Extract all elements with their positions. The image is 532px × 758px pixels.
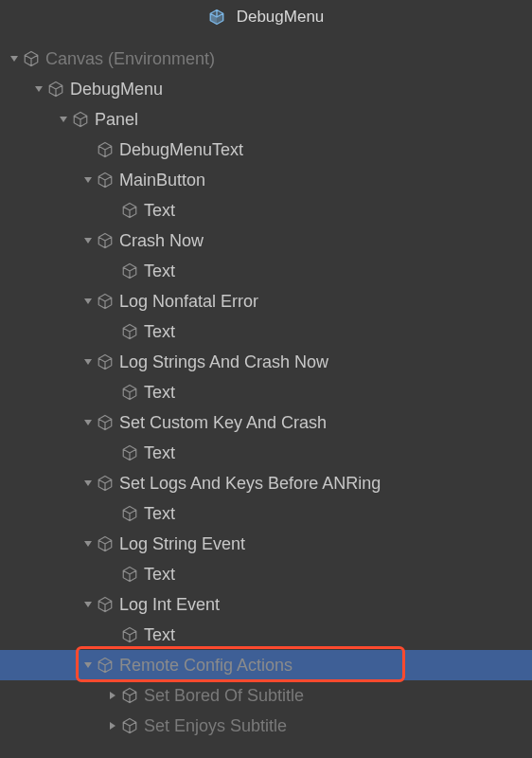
tree-label: Log Int Event	[119, 595, 220, 615]
expand-arrow-icon[interactable]	[81, 355, 95, 369]
tree-row-child[interactable]: Set Bored Of Subtitle	[0, 680, 532, 711]
gameobject-icon	[121, 626, 138, 643]
tree-row-text[interactable]: Text	[0, 559, 532, 589]
tree-label: Log Nonfatal Error	[119, 292, 258, 312]
tree-label: Text	[144, 201, 175, 221]
tree-row-text[interactable]: Text	[0, 620, 532, 650]
tree-label: Text	[144, 443, 175, 463]
tree-label: Text	[144, 565, 175, 585]
tree-label: Text	[144, 383, 175, 403]
gameobject-icon	[72, 111, 89, 128]
tree-label: Set Logs And Keys Before ANRing	[119, 474, 381, 494]
expand-arrow-icon[interactable]	[81, 537, 95, 550]
tree-row-item[interactable]: Set Logs And Keys Before ANRing	[0, 468, 532, 498]
expand-arrow-icon[interactable]	[81, 173, 95, 187]
gameobject-icon	[121, 717, 138, 734]
tree-row-item[interactable]: Crash Now	[0, 226, 532, 256]
expand-arrow-icon[interactable]	[57, 113, 70, 126]
tree-row-item[interactable]: DebugMenuText	[0, 135, 532, 165]
gameobject-icon	[97, 141, 114, 158]
tree-label: DebugMenu	[70, 80, 163, 99]
gameobject-icon	[121, 444, 138, 461]
gameobject-icon	[121, 202, 138, 219]
gameobject-icon	[97, 475, 114, 492]
collapse-arrow-icon[interactable]	[106, 719, 119, 732]
expand-arrow-icon[interactable]	[81, 598, 95, 611]
gameobject-icon	[97, 596, 114, 613]
tree-label: Canvas (Environment)	[45, 49, 215, 69]
tree-row-child[interactable]: Set Enjoys Subtitle	[0, 711, 532, 741]
expand-arrow-icon[interactable]	[32, 82, 45, 96]
gameobject-icon	[47, 81, 64, 98]
tree-row-item[interactable]: MainButton	[0, 165, 532, 195]
tree-label: Text	[144, 262, 175, 281]
tree-row-text[interactable]: Text	[0, 256, 532, 286]
tree-label: Text	[144, 504, 175, 524]
header-title: DebugMenu	[237, 8, 325, 27]
tree-label: Crash Now	[119, 231, 204, 251]
gameobject-icon	[121, 323, 138, 340]
tree-label: Set Custom Key And Crash	[119, 413, 327, 433]
gameobject-icon	[121, 505, 138, 522]
expand-arrow-icon[interactable]	[8, 52, 21, 65]
hierarchy-tree[interactable]: Canvas (Environment) DebugMenu Panel	[0, 34, 532, 741]
expand-arrow-icon[interactable]	[81, 477, 95, 490]
gameobject-icon	[97, 414, 114, 431]
collapse-arrow-icon[interactable]	[106, 689, 119, 702]
tree-row-item[interactable]: Log Strings And Crash Now	[0, 347, 532, 377]
tree-label: Log Strings And Crash Now	[119, 352, 328, 372]
gameobject-icon	[97, 353, 114, 370]
tree-row-canvas[interactable]: Canvas (Environment)	[0, 44, 532, 74]
tree-label: Set Enjoys Subtitle	[144, 716, 287, 736]
tree-label: MainButton	[119, 171, 205, 190]
tree-row-text[interactable]: Text	[0, 377, 532, 407]
expand-arrow-icon[interactable]	[81, 234, 95, 247]
tree-row-item[interactable]: Log Nonfatal Error	[0, 286, 532, 316]
tree-row-remote-config-actions[interactable]: Remote Config Actions	[0, 650, 532, 680]
tree-row-text[interactable]: Text	[0, 316, 532, 347]
gameobject-icon	[121, 262, 138, 280]
tree-row-item[interactable]: Log String Event	[0, 529, 532, 559]
prefab-icon	[208, 9, 225, 26]
tree-row-item[interactable]: Set Custom Key And Crash	[0, 407, 532, 438]
gameobject-icon	[97, 657, 114, 674]
gameobject-icon	[97, 171, 114, 189]
tree-label: Set Bored Of Subtitle	[144, 686, 304, 706]
hierarchy-header: DebugMenu	[0, 0, 532, 34]
tree-label: Remote Config Actions	[119, 656, 293, 676]
gameobject-icon	[121, 384, 138, 401]
gameobject-icon	[97, 232, 114, 249]
tree-label: Text	[144, 625, 175, 645]
tree-row-panel[interactable]: Panel	[0, 104, 532, 135]
tree-row-debugmenu[interactable]: DebugMenu	[0, 74, 532, 104]
gameobject-icon	[97, 535, 114, 552]
tree-label: Panel	[95, 110, 138, 130]
gameobject-icon	[97, 293, 114, 310]
tree-label: Log String Event	[119, 534, 245, 554]
tree-row-item[interactable]: Log Int Event	[0, 589, 532, 620]
tree-row-text[interactable]: Text	[0, 195, 532, 226]
gameobject-icon	[121, 687, 138, 704]
gameobject-icon	[121, 566, 138, 583]
expand-arrow-icon[interactable]	[81, 416, 95, 429]
gameobject-icon	[23, 50, 40, 67]
tree-label: Text	[144, 322, 175, 342]
tree-label: DebugMenuText	[119, 140, 243, 160]
tree-row-text[interactable]: Text	[0, 498, 532, 529]
expand-arrow-icon[interactable]	[81, 659, 95, 672]
expand-arrow-icon[interactable]	[81, 295, 95, 308]
tree-row-text[interactable]: Text	[0, 438, 532, 468]
